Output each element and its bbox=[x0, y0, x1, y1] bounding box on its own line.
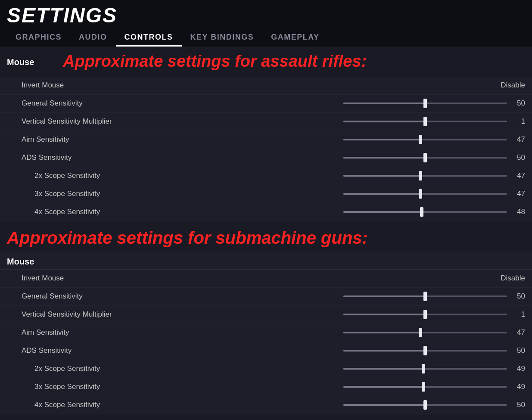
slider-4x-scope-s1[interactable]: 48 bbox=[198, 208, 525, 216]
slider-thumb-s2-4[interactable] bbox=[423, 346, 427, 355]
slider-track-s2-7[interactable] bbox=[343, 404, 507, 406]
slider-val-s1-7: 48 bbox=[511, 208, 525, 216]
page-title: SETTINGS bbox=[7, 5, 525, 26]
slider-3x-scope-s1[interactable]: 47 bbox=[198, 190, 525, 198]
slider-fill-s2-1 bbox=[343, 296, 425, 297]
slider-val-s1-2: 1 bbox=[511, 117, 525, 126]
slider-general-sens-s1[interactable]: 50 bbox=[185, 99, 525, 108]
slider-ads-sens-s1[interactable]: 50 bbox=[185, 153, 525, 162]
slider-track-s1-4[interactable] bbox=[343, 157, 507, 159]
slider-aim-sens-s2[interactable]: 47 bbox=[185, 328, 525, 337]
slider-general-sens-s2[interactable]: 50 bbox=[185, 292, 525, 301]
slider-fill-s1-4 bbox=[343, 157, 425, 159]
row-3x-scope-s1: 3x Scope Sensitivity 47 bbox=[0, 185, 532, 203]
section1-annotation: Approximate settings for assault rifles: bbox=[56, 48, 373, 75]
slider-thumb-s2-7[interactable] bbox=[423, 400, 427, 410]
slider-thumb-s1-4[interactable] bbox=[423, 153, 427, 162]
slider-fill-s1-1 bbox=[343, 103, 425, 104]
slider-track-s2-1[interactable] bbox=[343, 296, 507, 297]
slider-2x-scope-s1[interactable]: 47 bbox=[198, 171, 525, 180]
row-4x-scope-s1: 4x Scope Sensitivity 48 bbox=[0, 203, 532, 221]
label-invert-mouse-s2: Invert Mouse bbox=[22, 274, 185, 283]
slider-val-s2-4: 50 bbox=[511, 346, 525, 355]
slider-val-s2-1: 50 bbox=[511, 292, 525, 301]
row-vert-sens-s2: Vertical Sensitivity Multiplier 1 bbox=[0, 306, 532, 324]
label-invert-mouse-s1: Invert Mouse bbox=[22, 81, 185, 90]
slider-track-s2-5[interactable] bbox=[343, 368, 507, 370]
slider-track-s2-2[interactable] bbox=[343, 314, 507, 315]
row-3x-scope-s2: 3x Scope Sensitivity 49 bbox=[0, 378, 532, 396]
slider-thumb-s1-2[interactable] bbox=[423, 117, 427, 126]
slider-thumb-s1-1[interactable] bbox=[423, 99, 427, 108]
slider-thumb-s2-6[interactable] bbox=[422, 382, 425, 392]
tab-keybindings[interactable]: KEY BINDINGS bbox=[182, 29, 263, 47]
tab-audio[interactable]: AUDIO bbox=[70, 29, 116, 47]
label-3x-scope-s2: 3x Scope Sensitivity bbox=[34, 383, 198, 391]
slider-val-s1-6: 47 bbox=[511, 190, 525, 198]
row-aim-sens-s2: Aim Sensitivity 47 bbox=[0, 324, 532, 342]
label-4x-scope-s2: 4x Scope Sensitivity bbox=[34, 401, 198, 409]
slider-thumb-s2-1[interactable] bbox=[423, 292, 427, 301]
slider-track-s1-3[interactable] bbox=[343, 139, 507, 140]
control-invert-mouse-s2[interactable]: Disable bbox=[185, 274, 525, 283]
slider-fill-s2-7 bbox=[343, 404, 425, 406]
slider-3x-scope-s2[interactable]: 49 bbox=[198, 383, 525, 391]
label-aim-sens-s1: Aim Sensitivity bbox=[22, 135, 185, 144]
slider-fill-s2-4 bbox=[343, 350, 425, 352]
slider-val-s2-2: 1 bbox=[511, 310, 525, 319]
row-ads-sens-s1: ADS Sensitivity 50 bbox=[0, 149, 532, 167]
slider-track-s1-2[interactable] bbox=[343, 121, 507, 122]
slider-4x-scope-s2[interactable]: 50 bbox=[198, 401, 525, 409]
row-invert-mouse-s1: Invert Mouse Disable bbox=[0, 77, 532, 95]
slider-val-s1-5: 47 bbox=[511, 171, 525, 180]
label-vert-sens-s2: Vertical Sensitivity Multiplier bbox=[22, 310, 185, 319]
slider-aim-sens-s1[interactable]: 47 bbox=[185, 135, 525, 144]
value-invert-mouse-s2[interactable]: Disable bbox=[501, 274, 525, 283]
row-2x-scope-s2: 2x Scope Sensitivity 49 bbox=[0, 360, 532, 378]
slider-fill-s2-3 bbox=[343, 332, 420, 333]
control-invert-mouse-s1[interactable]: Disable bbox=[185, 81, 525, 90]
slider-vert-sens-s2[interactable]: 1 bbox=[185, 310, 525, 319]
section2-mouse-label: Mouse bbox=[0, 252, 532, 270]
slider-thumb-s2-2[interactable] bbox=[423, 310, 427, 319]
tab-bar: GRAPHICS AUDIO CONTROLS KEY BINDINGS GAM… bbox=[7, 29, 525, 47]
slider-fill-s1-7 bbox=[343, 211, 422, 213]
section2-annotation: Approximate settings for submachine guns… bbox=[0, 224, 532, 252]
slider-vert-sens-s1[interactable]: 1 bbox=[185, 117, 525, 126]
slider-fill-s2-2 bbox=[343, 314, 425, 315]
row-aim-sens-s1: Aim Sensitivity 47 bbox=[0, 131, 532, 149]
label-aim-sens-s2: Aim Sensitivity bbox=[22, 328, 185, 337]
slider-track-s2-3[interactable] bbox=[343, 332, 507, 333]
label-3x-scope-s1: 3x Scope Sensitivity bbox=[34, 190, 198, 198]
row-2x-scope-s1: 2x Scope Sensitivity 47 bbox=[0, 167, 532, 185]
tab-gameplay[interactable]: GAMEPLAY bbox=[262, 29, 328, 47]
slider-track-s2-4[interactable] bbox=[343, 350, 507, 352]
label-general-sens-s2: General Sensitivity bbox=[22, 292, 185, 301]
slider-2x-scope-s2[interactable]: 49 bbox=[198, 364, 525, 373]
slider-ads-sens-s2[interactable]: 50 bbox=[185, 346, 525, 355]
slider-track-s1-1[interactable] bbox=[343, 103, 507, 104]
slider-val-s2-6: 49 bbox=[511, 383, 525, 391]
row-general-sens-s2: General Sensitivity 50 bbox=[0, 288, 532, 306]
label-2x-scope-s2: 2x Scope Sensitivity bbox=[34, 364, 198, 373]
slider-thumb-s2-5[interactable] bbox=[422, 364, 425, 373]
slider-thumb-s1-3[interactable] bbox=[419, 135, 422, 144]
slider-track-s1-5[interactable] bbox=[343, 175, 507, 177]
slider-thumb-s1-7[interactable] bbox=[420, 207, 423, 217]
slider-track-s1-7[interactable] bbox=[343, 211, 507, 213]
section1-mouse-label: Mouse bbox=[0, 53, 56, 70]
slider-thumb-s2-3[interactable] bbox=[419, 328, 422, 337]
row-general-sens-s1: General Sensitivity 50 bbox=[0, 95, 532, 113]
value-invert-mouse-s1[interactable]: Disable bbox=[501, 81, 525, 90]
tab-graphics[interactable]: GRAPHICS bbox=[7, 29, 70, 47]
slider-track-s2-6[interactable] bbox=[343, 386, 507, 388]
slider-thumb-s1-6[interactable] bbox=[419, 189, 422, 199]
tab-controls[interactable]: CONTROLS bbox=[116, 29, 182, 47]
slider-thumb-s1-5[interactable] bbox=[419, 171, 422, 180]
slider-val-s1-4: 50 bbox=[511, 153, 525, 162]
slider-val-s2-7: 50 bbox=[511, 401, 525, 409]
slider-track-s1-6[interactable] bbox=[343, 193, 507, 195]
label-ads-sens-s2: ADS Sensitivity bbox=[22, 346, 185, 355]
label-4x-scope-s1: 4x Scope Sensitivity bbox=[34, 208, 198, 216]
label-general-sens-s1: General Sensitivity bbox=[22, 99, 185, 108]
